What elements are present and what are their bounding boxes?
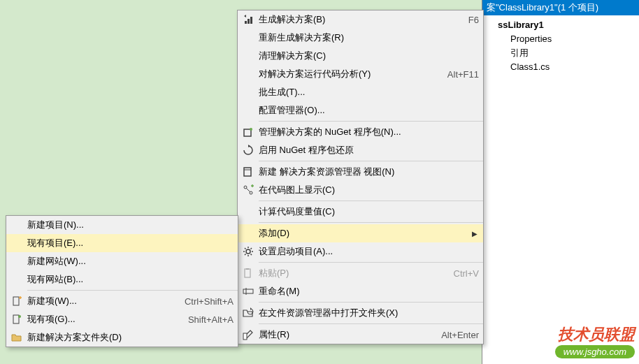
svg-rect-16 (13, 297, 19, 305)
sub-menu-shortcut: Ctrl+Shift+A (171, 296, 234, 307)
svg-rect-15 (243, 333, 247, 340)
restore-icon (238, 145, 259, 156)
main-menu-shortcut: F6 (454, 15, 479, 25)
main-menu-item-16[interactable]: 设置启动项目(A)... (238, 242, 483, 261)
gear-icon (238, 246, 259, 257)
main-menu-item-8[interactable]: 启用 NuGet 程序包还原 (238, 141, 483, 159)
main-menu-label: 粘贴(P) (259, 267, 440, 279)
folder-icon (6, 332, 27, 343)
sub-menu-item-1[interactable]: 现有项目(E)... (6, 234, 238, 252)
sub-menu-item-7[interactable]: 新建解决方案文件夹(D) (6, 328, 238, 347)
rename-icon (238, 286, 259, 297)
sub-menu-label: 新建解决方案文件夹(D) (27, 331, 234, 344)
svg-rect-12 (246, 268, 249, 270)
main-menu-separator (259, 121, 483, 122)
main-menu-shortcut: Alt+Enter (427, 330, 479, 340)
main-menu-separator (259, 323, 483, 324)
svg-rect-13 (243, 289, 253, 293)
main-menu-item-23[interactable]: 属性(R)Alt+Enter (238, 326, 483, 344)
paste-icon (238, 268, 259, 279)
main-menu-label: 对解决方案运行代码分析(Y) (259, 68, 433, 80)
main-menu-label: 添加(D) (259, 227, 471, 240)
sub-menu-item-6[interactable]: 现有项(G)...Shift+Alt+A (6, 310, 238, 328)
openfolder-icon (238, 307, 259, 319)
properties-node[interactable]: Properties (487, 32, 635, 46)
newview-icon (238, 166, 259, 177)
sub-menu-shortcut: Shift+Alt+A (174, 314, 234, 325)
main-menu-item-19[interactable]: 重命名(M) (238, 282, 483, 300)
svg-rect-5 (244, 168, 251, 176)
submenu-arrow-icon: ▶ (471, 230, 479, 238)
main-menu-label: 清理解决方案(C) (259, 50, 479, 62)
class-file-node[interactable]: Class1.cs (487, 60, 635, 74)
svg-line-9 (246, 188, 250, 192)
main-menu-item-1[interactable]: 重新生成解决方案(R) (238, 29, 483, 47)
context-menu-add-submenu: 新建项目(N)...现有项目(E)...新建网站(W)...现有网站(B)...… (6, 215, 238, 347)
sub-menu-label: 新建项目(N)... (27, 219, 234, 231)
sub-menu-label: 新建网站(W)... (27, 255, 234, 268)
main-menu-label: 在文件资源管理器中打开文件夹(X) (259, 307, 479, 319)
main-menu-separator (259, 262, 483, 263)
sub-menu-label: 现有项目(E)... (27, 237, 234, 249)
sub-menu-item-0[interactable]: 新建项目(N)... (6, 216, 238, 234)
solution-explorer-panel: 案"ClassLibrary1"(1 个项目) ssLibrary1 Prope… (482, 0, 639, 364)
main-menu-item-11[interactable]: 在代码图上显示(C) (238, 181, 483, 199)
main-menu-item-15[interactable]: 添加(D)▶ (238, 224, 483, 242)
build-icon (238, 14, 259, 25)
sub-menu-item-3[interactable]: 现有网站(B)... (6, 270, 238, 289)
svg-point-10 (246, 249, 250, 254)
sub-menu-label: 现有网站(B)... (27, 273, 234, 286)
solution-header[interactable]: 案"ClassLibrary1"(1 个项目) (482, 0, 639, 15)
sub-menu-separator (27, 290, 238, 291)
main-menu-label: 在代码图上显示(C) (259, 184, 479, 196)
main-menu-label: 配置管理器(O)... (259, 104, 479, 117)
main-menu-separator (259, 161, 483, 161)
main-menu-item-13[interactable]: 计算代码度量值(C) (238, 203, 483, 221)
main-menu-shortcut: Alt+F11 (433, 69, 479, 80)
main-menu-label: 启用 NuGet 程序包还原 (259, 144, 479, 156)
codemap-icon (238, 184, 259, 196)
main-menu-label: 设置启动项目(A)... (259, 245, 479, 258)
sub-menu-label: 新建项(W)... (27, 295, 171, 307)
project-node[interactable]: ssLibrary1 (487, 18, 635, 32)
sub-menu-label: 现有项(G)... (27, 313, 174, 326)
references-node[interactable]: 引用 (487, 46, 635, 60)
svg-point-18 (18, 315, 21, 318)
solution-tree: ssLibrary1 Properties 引用 Class1.cs (482, 15, 639, 77)
main-menu-separator (259, 222, 483, 223)
svg-rect-0 (245, 21, 247, 24)
svg-rect-11 (245, 269, 250, 277)
main-menu-label: 重新生成解决方案(R) (259, 31, 479, 44)
sub-menu-item-2[interactable]: 新建网站(W)... (6, 252, 238, 270)
nuget-icon (238, 126, 259, 138)
main-menu-item-0[interactable]: 生成解决方案(B)F6 (238, 10, 483, 29)
main-menu-label: 批生成(T)... (259, 86, 479, 99)
main-menu-item-5[interactable]: 配置管理器(O)... (238, 101, 483, 119)
main-menu-item-3[interactable]: 对解决方案运行代码分析(Y)Alt+F11 (238, 65, 483, 83)
svg-point-4 (250, 128, 252, 131)
main-menu-item-18: 粘贴(P)Ctrl+V (238, 264, 483, 282)
svg-rect-17 (13, 315, 19, 323)
main-menu-label: 管理解决方案的 NuGet 程序包(N)... (259, 126, 479, 138)
main-menu-item-4[interactable]: 批生成(T)... (238, 83, 483, 101)
main-menu-label: 生成解决方案(B) (259, 13, 454, 26)
sub-menu-item-5[interactable]: 新建项(W)...Ctrl+Shift+A (6, 292, 238, 310)
main-menu-label: 重命名(M) (259, 285, 479, 298)
main-menu-label: 新建 解决方案资源管理器 视图(N) (259, 166, 479, 178)
props-icon (238, 329, 259, 340)
main-menu-label: 属性(R) (259, 328, 427, 341)
main-menu-separator (259, 201, 483, 201)
main-menu-item-21[interactable]: 在文件资源管理器中打开文件夹(X) (238, 304, 483, 322)
main-menu-shortcut: Ctrl+V (440, 268, 479, 279)
main-menu-separator (259, 302, 483, 303)
main-menu-item-7[interactable]: 管理解决方案的 NuGet 程序包(N)... (238, 123, 483, 141)
context-menu-main: 生成解决方案(B)F6重新生成解决方案(R)清理解决方案(C)对解决方案运行代码… (237, 10, 484, 344)
main-menu-item-10[interactable]: 新建 解决方案资源管理器 视图(N) (238, 163, 483, 181)
svg-rect-3 (244, 129, 251, 136)
existitem-icon (6, 314, 27, 325)
main-menu-label: 计算代码度量值(C) (259, 205, 479, 218)
main-menu-item-2[interactable]: 清理解决方案(C) (238, 47, 483, 65)
newitem-icon (6, 296, 27, 307)
svg-rect-1 (247, 19, 250, 24)
svg-rect-2 (250, 17, 252, 24)
